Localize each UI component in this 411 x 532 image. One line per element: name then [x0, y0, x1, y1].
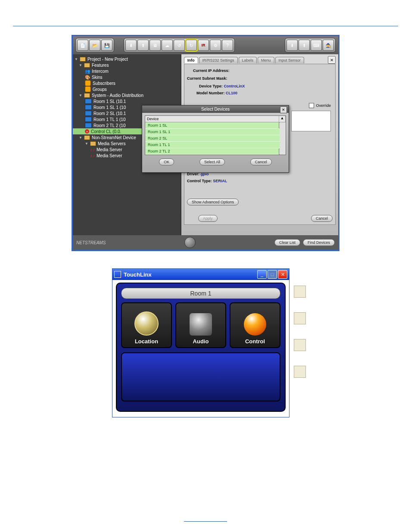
tab-menu[interactable]: Menu: [258, 57, 274, 63]
minimize-button[interactable]: _: [257, 270, 267, 279]
tab-info[interactable]: Info: [184, 57, 198, 63]
new-project-button[interactable]: 📄: [77, 40, 88, 51]
speaker-icon: [190, 313, 212, 336]
device-list: ▲ Room 1 SL Room 1 SL 1 Room 2 SL Room 1…: [145, 122, 286, 155]
folder-icon: [80, 57, 86, 62]
window-titlebar: TouchLinx _ □ ✕: [112, 269, 289, 280]
tree-item-groups[interactable]: Groups: [73, 86, 181, 92]
checkbox-icon: [309, 103, 314, 108]
hard-button-2[interactable]: [294, 312, 306, 324]
error-icon: ×: [85, 129, 89, 134]
properties-tabs: Info IR/RS232 Settings Labels Menu Input…: [181, 54, 338, 64]
audio-button[interactable]: Audio: [175, 302, 226, 348]
cancel-button[interactable]: Cancel: [311, 215, 333, 222]
device-row[interactable]: Room 2 SL: [145, 135, 280, 142]
toolbar-btn-4[interactable]: ☁: [162, 40, 173, 51]
override-checkbox[interactable]: Override: [309, 103, 331, 108]
toolbar-right-1[interactable]: ⬇: [286, 40, 298, 51]
ir-button[interactable]: IR: [198, 40, 209, 51]
tree-system[interactable]: ▼System - Audio Distribution: [73, 92, 181, 98]
device-row[interactable]: Room 1 SL 1: [145, 129, 280, 135]
toolbar-btn-5[interactable]: ↺: [174, 40, 185, 51]
hard-button-3[interactable]: [294, 339, 306, 351]
device-icon: [85, 111, 92, 116]
dialog-cancel-button[interactable]: Cancel: [250, 159, 272, 165]
tree-root[interactable]: ▼Project - New Project: [73, 56, 181, 62]
room-label: Room 1: [121, 288, 280, 299]
update-devices-button[interactable]: ↻: [186, 40, 197, 51]
select-all-button[interactable]: Select All: [199, 159, 225, 165]
device-table-header: Device ▲: [145, 116, 286, 122]
help-button[interactable]: ?: [222, 40, 233, 51]
location-button[interactable]: Location: [121, 302, 172, 348]
main-toolbar: 📄 📂 💾 ⬇ ⬆ 🖥 ☁ ↺ ↻ IR ⚙ ? ⬇ ⬆ ⌨ 🧙: [73, 36, 338, 54]
tree-features[interactable]: ▼Features: [73, 62, 181, 68]
touchlinx-window: TouchLinx _ □ ✕ Room 1 Location Audio: [112, 268, 290, 417]
hard-button-1[interactable]: [294, 286, 306, 298]
control-type-value: SERIAL: [213, 179, 227, 183]
ok-button[interactable]: OK: [159, 159, 174, 165]
folder-icon: [84, 63, 90, 68]
device-row[interactable]: Room 1 TL 1: [145, 142, 280, 148]
dialog-close-button[interactable]: ✕: [280, 106, 287, 113]
panel-close-button[interactable]: ✕: [328, 56, 336, 64]
apply-button[interactable]: Apply: [198, 215, 218, 222]
tab-labels[interactable]: Labels: [239, 57, 257, 63]
scroll-down-button[interactable]: ▼: [279, 149, 286, 155]
intercom-icon: 👥: [85, 69, 90, 74]
hardware-buttons: [294, 286, 306, 378]
device-type-label: Device Type:: [199, 84, 223, 88]
clear-list-button[interactable]: Clear List: [274, 239, 300, 246]
digilinx-app: 📄 📂 💾 ⬇ ⬆ 🖥 ☁ ↺ ↻ IR ⚙ ? ⬇ ⬆ ⌨ 🧙 ▼Projec…: [72, 35, 339, 251]
subscribers-icon: [85, 80, 91, 86]
skins-icon: 🎨: [85, 75, 90, 80]
toolbar-btn-2[interactable]: ⬆: [137, 40, 149, 51]
window-title: TouchLinx: [124, 271, 152, 278]
device-icon: [85, 105, 92, 110]
app-icon: [114, 271, 121, 278]
tree-item-intercom[interactable]: 👥Intercom: [73, 68, 181, 74]
device-type-value: ControLinX: [224, 84, 245, 88]
tree-item-subscribers[interactable]: Subscribers: [73, 80, 181, 86]
find-devices-button[interactable]: Find Devices: [303, 239, 335, 246]
device-row[interactable]: Room 2 TL 2: [145, 148, 280, 155]
hard-button-4[interactable]: [294, 366, 306, 378]
device-icon: [85, 123, 92, 128]
hyperlink[interactable]: [184, 521, 227, 522]
toolbar-btn-3[interactable]: 🖥: [149, 40, 161, 51]
status-bar: NETSTREAMS Clear List Find Devices: [73, 235, 338, 250]
tab-input-sensor[interactable]: Input Sensor: [275, 57, 304, 63]
model-number-value: CL100: [226, 91, 237, 95]
toolbar-btn-7[interactable]: ⚙: [210, 40, 221, 51]
netstreams-logo: NETSTREAMS: [76, 240, 106, 245]
toolbar-right-3[interactable]: ⌨: [311, 40, 322, 51]
override-textarea[interactable]: [291, 111, 331, 131]
sources-panel: [121, 352, 280, 401]
device-row[interactable]: Room 1 SL: [145, 122, 280, 129]
toolbar-right-2[interactable]: ⬆: [299, 40, 310, 51]
device-icon: [85, 99, 92, 104]
volume-knob[interactable]: [184, 237, 196, 248]
orb-icon: [244, 313, 266, 336]
maximize-button: □: [268, 270, 277, 279]
control-button[interactable]: Control: [230, 302, 280, 348]
subnet-label: Current Subnet Mask:: [187, 76, 227, 81]
touchlinx-panel: Room 1 Location Audio Control: [116, 283, 286, 412]
tree-item-skins[interactable]: 🎨Skins: [73, 74, 181, 80]
show-advanced-button[interactable]: Show Advanced Options: [187, 199, 239, 205]
toolbar-btn-1[interactable]: ⬇: [125, 40, 137, 51]
scroll-up-button[interactable]: ▲: [279, 122, 286, 128]
tree-device[interactable]: Room 1 SL (10.1: [73, 98, 181, 104]
open-project-button[interactable]: 📂: [89, 40, 100, 51]
groups-icon: [85, 86, 91, 92]
device-column-header[interactable]: Device: [145, 116, 279, 122]
folder-icon: [84, 135, 90, 140]
folder-icon: [90, 141, 96, 146]
select-devices-dialog: Select Devices ✕ Device ▲ ▲ Room 1 SL Ro…: [142, 105, 289, 173]
save-project-button[interactable]: 💾: [101, 40, 112, 51]
tab-ir-rs232[interactable]: IR/RS232 Settings: [199, 57, 238, 63]
sort-indicator[interactable]: ▲: [279, 116, 286, 122]
wizard-button[interactable]: 🧙: [323, 40, 334, 51]
close-button[interactable]: ✕: [278, 270, 287, 279]
control-type-label: Control Type:: [187, 179, 212, 183]
